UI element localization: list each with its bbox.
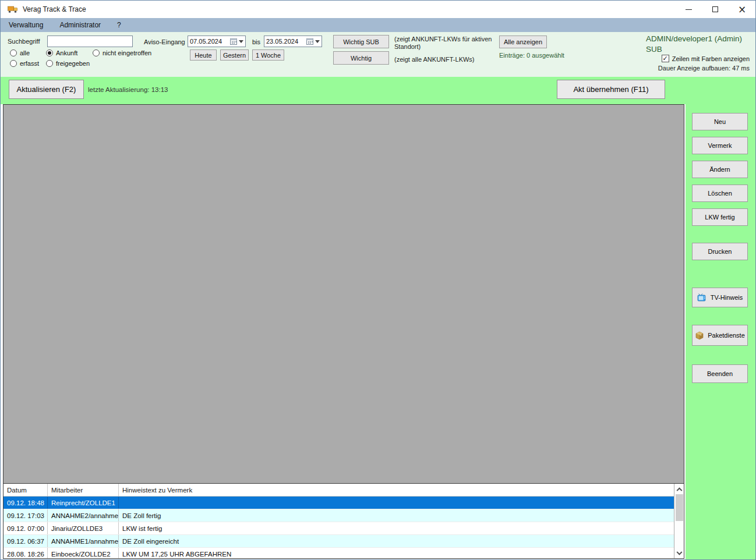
radio-alle[interactable]: alle bbox=[10, 49, 46, 56]
wichtig-button[interactable]: Wichtig bbox=[333, 51, 389, 65]
radio-circle-icon bbox=[93, 49, 100, 56]
cell-datum: 09.12. 07:00 bbox=[3, 522, 48, 534]
rows-color-checkbox-label: Zeilen mit Farben anzeigen bbox=[672, 55, 750, 62]
search-label: Suchbegriff bbox=[8, 38, 40, 45]
radio-nicht-eingetroffen[interactable]: nicht eingetroffen bbox=[93, 49, 151, 56]
paketdienste-button[interactable]: Paketdienste bbox=[692, 325, 748, 346]
loeschen-button[interactable]: Löschen bbox=[692, 185, 748, 202]
last-refresh-text: letzte Aktualisierung: 13:13 bbox=[88, 86, 168, 93]
filter-panel: Suchbegriff alle Ankunft nicht eingetrof… bbox=[1, 32, 755, 77]
menu-administrator[interactable]: Administrator bbox=[51, 18, 109, 32]
beenden-button[interactable]: Beenden bbox=[692, 364, 748, 383]
alle-anzeigen-button[interactable]: Alle anzeigen bbox=[499, 36, 547, 48]
cell-mitarbeiter: ANNAHME2/annahme2 bbox=[48, 509, 119, 522]
tv-icon bbox=[697, 293, 707, 302]
tv-hinweis-button[interactable]: TV-Hinweis bbox=[692, 288, 748, 307]
title-bar: Verag Track & Trace × bbox=[1, 1, 755, 18]
aktualisieren-button[interactable]: Aktualisieren (F2) bbox=[9, 80, 84, 99]
neu-button[interactable]: Neu bbox=[692, 113, 748, 130]
table-row[interactable]: 09.12. 17:03 ANNAHME2/annahme2 DE Zoll f… bbox=[3, 509, 674, 522]
vermerk-table: Datum Mitarbeiter Hinweistext zu Vermerk… bbox=[3, 483, 684, 558]
cell-mitarbeiter: Jinariu/ZOLLDE3 bbox=[48, 522, 119, 534]
rows-color-checkbox[interactable]: ✓ Zeilen mit Farben anzeigen bbox=[662, 55, 750, 62]
table-row[interactable]: 09.12. 18:48 Reinprecht/ZOLLDE1 bbox=[3, 497, 674, 509]
lkw-list-area bbox=[3, 105, 684, 483]
duration-text: Dauer Anzeige aufbauen: 47 ms bbox=[658, 65, 750, 72]
table-row[interactable]: 09.12. 06:37 ANNAHME1/annahme1 DE Zoll e… bbox=[3, 535, 674, 548]
radio-freigegeben[interactable]: freigegeben bbox=[46, 60, 90, 67]
heute-button[interactable]: Heute bbox=[190, 49, 217, 61]
cell-mitarbeiter: ANNAHME1/annahme1 bbox=[48, 535, 119, 547]
calendar-icon bbox=[230, 38, 237, 45]
scroll-up-icon[interactable] bbox=[674, 484, 684, 493]
date-from-input[interactable]: 07.05.2024 bbox=[188, 36, 246, 47]
aendern-button[interactable]: Ändern bbox=[692, 161, 748, 178]
radio-ankunft-label: Ankunft bbox=[56, 49, 77, 56]
action-bar: Aktualisieren (F2) letzte Aktualisierung… bbox=[1, 77, 755, 104]
wichtig-sub-hint: (zeigt ANKUNFT-LKWs für aktiven Standort… bbox=[394, 36, 498, 51]
checkbox-checked-icon: ✓ bbox=[662, 55, 669, 62]
entries-status: Einträge: 0 ausgewählt bbox=[499, 52, 564, 59]
radio-circle-checked-icon bbox=[46, 49, 53, 56]
wichtig-hint: (zeigt alle ANKUNFT-LKWs) bbox=[394, 56, 511, 63]
minimize-icon[interactable] bbox=[675, 1, 702, 18]
tv-hinweis-label: TV-Hinweis bbox=[711, 294, 743, 301]
user-info-line2: SUB bbox=[646, 45, 662, 54]
radio-circle-icon bbox=[10, 60, 17, 67]
cell-mitarbeiter: Reinprecht/ZOLLDE1 bbox=[48, 497, 119, 509]
application-window: Verag Track & Trace × Verwaltung Adminis… bbox=[0, 0, 756, 560]
cell-datum: 09.12. 17:03 bbox=[3, 509, 48, 522]
date-to-value: 23.05.2024 bbox=[266, 38, 306, 45]
radio-erfasst[interactable]: erfasst bbox=[10, 60, 46, 67]
date-to-input[interactable]: 23.05.2024 bbox=[264, 36, 322, 47]
date-from-value: 07.05.2024 bbox=[190, 38, 230, 45]
calendar-icon bbox=[306, 38, 313, 45]
vermerk-button[interactable]: Vermerk bbox=[692, 137, 748, 154]
gestern-button[interactable]: Gestern bbox=[220, 49, 249, 61]
drucken-button[interactable]: Drucken bbox=[692, 243, 748, 260]
radio-nicht-eingetroffen-label: nicht eingetroffen bbox=[103, 49, 151, 56]
cell-hinweistext: LKW ist fertig bbox=[119, 522, 674, 534]
column-header-datum[interactable]: Datum bbox=[3, 484, 48, 496]
dropdown-arrow-icon[interactable] bbox=[239, 40, 243, 43]
menu-help[interactable]: ? bbox=[109, 18, 129, 32]
column-header-hinweistext[interactable]: Hinweistext zu Vermerk bbox=[119, 484, 674, 496]
column-header-mitarbeiter[interactable]: Mitarbeiter bbox=[48, 484, 119, 496]
cell-datum: 28.08. 18:26 bbox=[3, 548, 48, 558]
cell-hinweistext: LKW UM 17,25 UHR ABGEFAHREN bbox=[119, 548, 674, 558]
scrollbar-thumb[interactable] bbox=[676, 494, 683, 521]
user-info-line1: ADMIN/developer1 (Admin) bbox=[646, 34, 742, 43]
sidebar: Neu Vermerk Ändern Löschen LKW fertig Dr… bbox=[686, 104, 756, 560]
menu-verwaltung[interactable]: Verwaltung bbox=[1, 18, 51, 32]
radio-freigegeben-label: freigegeben bbox=[56, 60, 90, 67]
table-row[interactable]: 09.12. 07:00 Jinariu/ZOLLDE3 LKW ist fer… bbox=[3, 522, 674, 535]
cell-hinweistext bbox=[119, 497, 674, 509]
window-title: Verag Track & Trace bbox=[23, 5, 86, 13]
dropdown-arrow-icon[interactable] bbox=[315, 40, 320, 43]
lkw-fertig-button[interactable]: LKW fertig bbox=[692, 208, 748, 226]
cell-datum: 09.12. 18:48 bbox=[3, 497, 48, 509]
radio-circle-icon bbox=[46, 60, 53, 67]
cell-hinweistext: DE Zoll fertig bbox=[119, 509, 674, 522]
aviso-eingang-label: Aviso-Eingang bbox=[144, 38, 185, 45]
menu-bar: Verwaltung Administrator ? bbox=[1, 18, 755, 32]
scroll-down-icon[interactable] bbox=[674, 549, 684, 558]
table-row[interactable]: 28.08. 18:26 Einboeck/ZOLLDE2 LKW UM 17,… bbox=[3, 548, 674, 558]
package-icon bbox=[695, 331, 704, 340]
close-icon[interactable]: × bbox=[729, 1, 755, 18]
cell-mitarbeiter: Einboeck/ZOLLDE2 bbox=[48, 548, 119, 558]
table-scrollbar[interactable] bbox=[674, 484, 684, 558]
truck-icon bbox=[8, 5, 18, 13]
search-input[interactable] bbox=[47, 36, 133, 47]
main-content-area: Datum Mitarbeiter Hinweistext zu Vermerk… bbox=[3, 104, 684, 559]
wichtig-sub-button[interactable]: Wichtig SUB bbox=[333, 35, 389, 48]
radio-ankunft[interactable]: Ankunft bbox=[46, 49, 93, 56]
cell-datum: 09.12. 06:37 bbox=[3, 535, 48, 547]
akt-uebernehmen-button[interactable]: Akt übernehmen (F11) bbox=[557, 80, 665, 99]
bis-label: bis bbox=[252, 38, 260, 45]
radio-erfasst-label: erfasst bbox=[20, 60, 39, 67]
radio-alle-label: alle bbox=[20, 49, 30, 56]
maximize-icon[interactable] bbox=[702, 1, 729, 18]
eine-woche-button[interactable]: 1 Woche bbox=[252, 49, 284, 61]
table-header-row: Datum Mitarbeiter Hinweistext zu Vermerk bbox=[3, 484, 674, 497]
